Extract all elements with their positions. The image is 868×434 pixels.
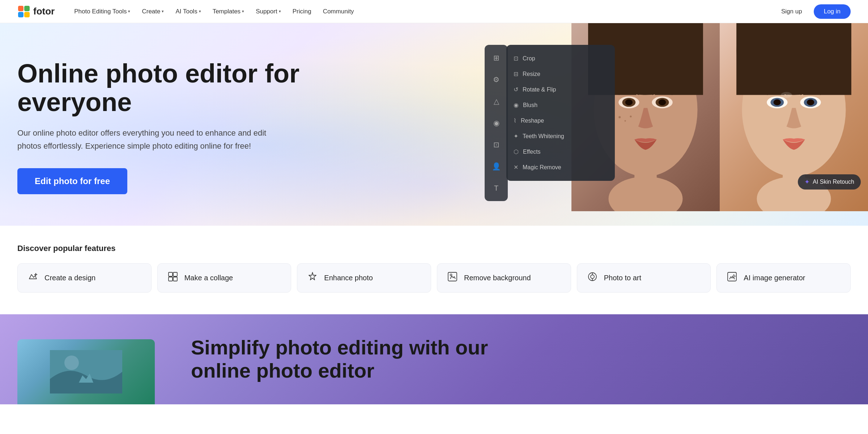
svg-rect-1 <box>18 6 24 11</box>
hero-section: Online photo editor for everyone Our onl… <box>0 23 868 226</box>
feature-card-photo-to-art[interactable]: Photo to art <box>577 263 711 293</box>
portrait-photo: ✦ AI Skin Retouch <box>571 23 868 211</box>
create-design-icon <box>26 272 39 284</box>
bottom-content: Simplify photo editing with our online p… <box>191 336 516 383</box>
svg-point-12 <box>625 99 633 105</box>
svg-rect-46 <box>728 272 736 281</box>
chevron-down-icon: ▾ <box>242 9 244 14</box>
svg-point-16 <box>618 116 621 118</box>
signup-button[interactable]: Sign up <box>775 5 808 18</box>
svg-rect-8 <box>655 23 703 95</box>
login-button[interactable]: Log in <box>814 4 851 19</box>
menu-item-reshape[interactable]: ⌇ Reshape <box>506 113 615 128</box>
sidebar-adjust-icon[interactable]: ⚙ <box>489 72 503 87</box>
menu-item-rotate[interactable]: ↺ Rotate & Flip <box>506 82 615 97</box>
feature-card-remove-bg[interactable]: Remove background <box>437 263 571 293</box>
svg-marker-39 <box>309 272 316 280</box>
svg-rect-38 <box>173 277 177 281</box>
hero-subtitle: Our online photo editor offers everythin… <box>17 127 271 152</box>
chevron-down-icon: ▾ <box>128 9 130 14</box>
ai-skin-retouch-badge: ✦ AI Skin Retouch <box>798 174 861 190</box>
svg-point-43 <box>591 275 594 278</box>
nav-item-pricing[interactable]: Pricing <box>288 5 316 18</box>
sidebar-grid-icon[interactable]: ⊞ <box>489 51 503 65</box>
ai-image-generator-icon <box>726 272 739 284</box>
svg-point-27 <box>774 99 781 105</box>
svg-point-17 <box>625 120 626 122</box>
bottom-title: Simplify photo editing with our online p… <box>191 336 516 383</box>
svg-rect-35 <box>169 272 173 276</box>
chevron-down-icon: ▾ <box>162 9 164 14</box>
feature-label-photo-to-art: Photo to art <box>604 274 641 282</box>
preview-image-svg <box>50 350 122 393</box>
menu-item-blush[interactable]: ◉ Blush <box>506 97 615 113</box>
svg-rect-36 <box>173 272 177 276</box>
features-title: Discover popular features <box>17 244 851 253</box>
hero-content: Online photo editor for everyone Our onl… <box>17 52 343 194</box>
nav-links: Photo Editing Tools ▾ Create ▾ AI Tools … <box>69 5 775 18</box>
edit-photo-free-button[interactable]: Edit photo for free <box>17 168 127 194</box>
logo[interactable]: fotor <box>17 5 55 18</box>
sidebar-filter-icon[interactable]: △ <box>489 94 503 109</box>
menu-item-resize[interactable]: ⊟ Resize <box>506 66 615 82</box>
enhance-photo-icon <box>306 272 319 284</box>
make-collage-icon <box>166 272 179 284</box>
nav-item-ai-tools[interactable]: AI Tools ▾ <box>170 5 206 18</box>
logo-text: fotor <box>33 6 55 17</box>
svg-point-32 <box>781 92 792 98</box>
sidebar-eye-icon[interactable]: ◉ <box>489 116 503 130</box>
svg-rect-23 <box>803 23 851 95</box>
nav-item-support[interactable]: Support ▾ <box>251 5 286 18</box>
nav-item-templates[interactable]: Templates ▾ <box>208 5 249 18</box>
svg-rect-4 <box>24 12 30 17</box>
sidebar-shape-icon[interactable]: ⊡ <box>489 137 503 152</box>
menu-item-crop[interactable]: ⊡ Crop <box>506 51 615 66</box>
svg-rect-37 <box>169 277 173 281</box>
bottom-image-preview <box>17 339 155 404</box>
feature-card-ai-image-gen[interactable]: AI image generator <box>716 263 851 293</box>
reshape-icon: ⌇ <box>514 117 516 124</box>
chevron-down-icon: ▾ <box>279 9 281 14</box>
menu-item-teeth[interactable]: ✦ Teeth Whitening <box>506 128 615 144</box>
svg-point-18 <box>630 115 631 117</box>
menu-item-effects[interactable]: ⬡ Effects <box>506 144 615 159</box>
menu-item-magic-remove[interactable]: ✕ Magic Remove <box>506 159 615 175</box>
fotor-logo-icon <box>17 5 30 18</box>
preview-inner <box>17 339 155 404</box>
nav-item-photo-editing[interactable]: Photo Editing Tools ▾ <box>69 5 135 18</box>
svg-point-19 <box>609 176 683 211</box>
crop-icon: ⊡ <box>514 55 518 62</box>
feature-card-create-design[interactable]: Create a design <box>17 263 152 293</box>
rotate-icon: ↺ <box>514 86 518 93</box>
svg-point-41 <box>450 274 452 276</box>
editor-sidebar: ⊞ ⚙ △ ◉ ⊡ 👤 T <box>485 45 508 201</box>
chevron-down-icon: ▾ <box>199 9 201 14</box>
features-grid: Create a design Make a collage Enhance p… <box>17 263 851 293</box>
blush-icon: ◉ <box>514 102 519 109</box>
feature-label-ai-image-gen: AI image generator <box>744 274 805 282</box>
svg-point-30 <box>807 99 814 105</box>
feature-card-make-collage[interactable]: Make a collage <box>157 263 292 293</box>
magic-remove-icon: ✕ <box>514 164 518 171</box>
hero-title: Online photo editor for everyone <box>17 59 343 116</box>
nav-item-create[interactable]: Create ▾ <box>137 5 169 18</box>
svg-rect-3 <box>18 12 24 17</box>
teeth-icon: ✦ <box>514 133 518 140</box>
hero-editor-preview: ⊞ ⚙ △ ◉ ⊡ 👤 T ⊡ Crop ⊟ Resize ↺ Rotate &… <box>470 23 868 211</box>
resize-icon: ⊟ <box>514 71 518 77</box>
navbar: fotor Photo Editing Tools ▾ Create ▾ AI … <box>0 0 868 23</box>
nav-right: Sign up Log in <box>775 4 851 19</box>
feature-card-enhance-photo[interactable]: Enhance photo <box>297 263 431 293</box>
editor-menu-panel: ⊡ Crop ⊟ Resize ↺ Rotate & Flip ◉ Blush … <box>506 45 615 181</box>
photo-to-art-icon <box>586 272 599 284</box>
sidebar-people-icon[interactable]: 👤 <box>489 159 503 174</box>
nav-item-community[interactable]: Community <box>318 5 359 18</box>
bottom-section: Simplify photo editing with our online p… <box>0 314 868 404</box>
remove-background-icon <box>446 272 459 284</box>
features-section: Discover popular features Create a desig… <box>0 226 868 314</box>
effects-icon: ⬡ <box>514 148 519 155</box>
sidebar-text-icon[interactable]: T <box>489 181 503 195</box>
svg-point-48 <box>64 356 79 370</box>
feature-label-create-design: Create a design <box>44 274 95 282</box>
svg-rect-2 <box>24 6 30 11</box>
